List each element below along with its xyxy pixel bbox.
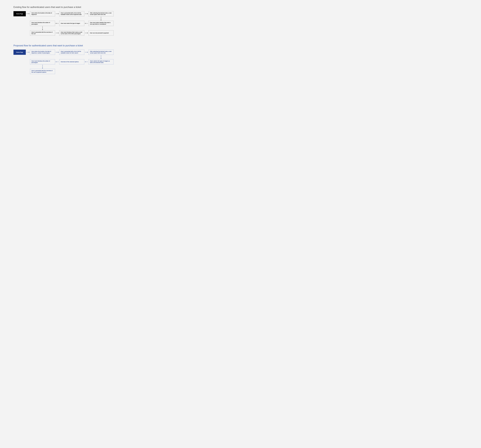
arrow-p-r1-2 <box>84 59 89 64</box>
arrow-e-r0-2 <box>84 11 89 16</box>
existing-step-4: User must select whether they want a one… <box>89 21 113 26</box>
svg-marker-9 <box>85 23 85 24</box>
existing-step-5: User must select the type of wagon <box>59 21 84 26</box>
svg-marker-25 <box>56 61 56 62</box>
arrow-p-r1-1 <box>55 59 59 64</box>
svg-marker-1 <box>29 13 30 14</box>
svg-marker-21 <box>58 52 59 53</box>
svg-marker-29 <box>101 58 101 59</box>
proposed-step-6: User must intorduce the umber of passang… <box>30 59 55 64</box>
arrow-e-v-0 <box>100 17 101 21</box>
svg-marker-27 <box>85 61 85 62</box>
existing-step-9: User can now proceed to payment <box>89 30 113 36</box>
svg-marker-19 <box>29 52 30 53</box>
svg-marker-5 <box>87 13 88 14</box>
existing-flow-section: Existing flow for authenticated users th… <box>14 6 470 36</box>
arrow-p-r0-2 <box>84 50 89 55</box>
arrow-p-v-1 <box>42 65 43 69</box>
proposed-flow-diagram: Home Page User enters the location, the … <box>14 50 470 74</box>
arrow-e-r1-1 <box>55 21 59 26</box>
svg-marker-31 <box>42 68 43 69</box>
arrow-e-r0-0 <box>26 11 30 16</box>
existing-step-1: User enters the location & the date of d… <box>30 11 55 16</box>
proposed-home-node: Home Page <box>14 50 26 55</box>
existing-step-6: User must intorduce the umber of passang… <box>30 21 55 26</box>
existing-flow-diagram: Home Page User enters the location & the… <box>14 11 470 36</box>
svg-marker-15 <box>101 20 101 21</box>
proposed-flow-title: Proposed flow for authenticated users th… <box>14 44 470 47</box>
svg-marker-3 <box>58 13 59 14</box>
existing-flow-title: Existing flow for authenticated users th… <box>14 6 470 8</box>
existing-step-7: User is presented with the overview of t… <box>30 30 55 36</box>
arrow-e-r0-1 <box>55 11 59 16</box>
proposed-step-2: User is presented with a list of all the… <box>59 50 84 55</box>
proposed-step-4: Users selects the types of wagon as well… <box>89 59 113 64</box>
proposed-step-3: After selecting the desired route, a new… <box>89 50 113 55</box>
proposed-step-5: Overview of the selected options <box>59 59 84 64</box>
proposed-step-7: User is presented with the overview of t… <box>30 69 55 74</box>
arrow-e-r2-2 <box>84 30 89 36</box>
existing-step-8: User must introduce their name as well a… <box>59 30 84 36</box>
existing-step-2: User is presented with a list of all the… <box>59 11 84 16</box>
arrow-p-r0-0 <box>26 50 30 55</box>
svg-marker-23 <box>87 52 88 53</box>
proposed-step-1: User enters the location, the date of de… <box>30 50 55 55</box>
proposed-flow-section: Proposed flow for authenticated users th… <box>14 44 470 74</box>
existing-step-3: After selecting the desired route, a new… <box>89 11 113 16</box>
arrow-p-r0-1 <box>55 50 59 55</box>
existing-home-node: Home Page <box>14 11 26 16</box>
arrow-e-v-1 <box>42 26 43 30</box>
svg-marker-17 <box>42 29 43 30</box>
svg-marker-11 <box>58 33 59 33</box>
arrow-e-r2-1 <box>55 30 59 36</box>
svg-marker-7 <box>56 23 56 24</box>
arrow-e-r1-2 <box>84 21 89 26</box>
arrow-p-v-0 <box>100 55 101 59</box>
svg-marker-13 <box>87 33 88 33</box>
